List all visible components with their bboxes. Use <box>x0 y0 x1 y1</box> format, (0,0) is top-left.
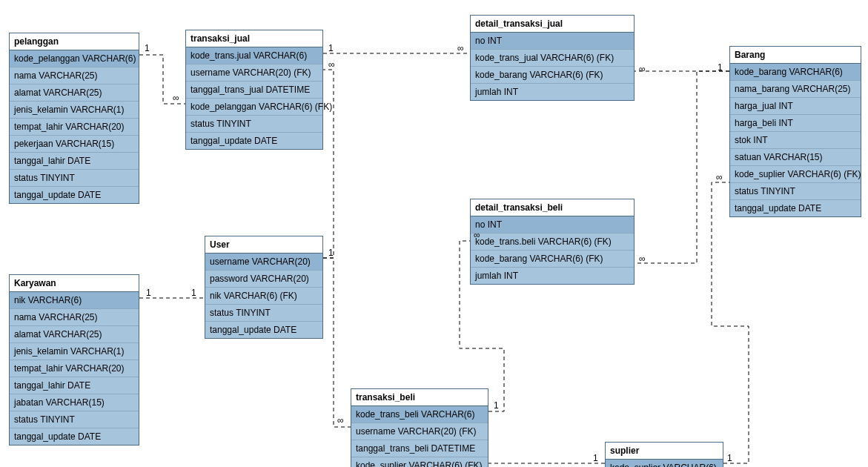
entity-title: pelanggan <box>10 33 139 50</box>
cardinality-label: 1 <box>191 288 196 298</box>
entity-column: kode_barang VARCHAR(6) <box>730 64 861 81</box>
entity-body: kode_suplier VARCHAR(6) <box>606 460 723 467</box>
entity-column: jumlah INT <box>471 268 634 284</box>
cardinality-label: ∞ <box>457 43 464 53</box>
entity-title: detail_transaksi_jual <box>471 16 634 33</box>
cardinality-label: ∞ <box>639 64 646 74</box>
cardinality-label: ∞ <box>716 172 723 182</box>
entity-column: status TINYINT <box>10 170 139 187</box>
entity-column: kode_suplier VARCHAR(6) <box>606 460 723 467</box>
entity-column: tanggal_update DATE <box>205 322 322 338</box>
entity-column: kode_trans_jual VARCHAR(6) (FK) <box>471 50 634 67</box>
entity-body: kode_barang VARCHAR(6)nama_barang VARCHA… <box>730 64 861 216</box>
entity-column: harga_jual INT <box>730 98 861 115</box>
entity-body: kode_trans.jual VARCHAR(6)username VARCH… <box>186 47 322 149</box>
entity-title: suplier <box>606 443 723 460</box>
entity-column: username VARCHAR(20) (FK) <box>351 423 488 440</box>
entity-body: nik VARCHAR(6)nama VARCHAR(25)alamat VAR… <box>10 292 139 445</box>
cardinality-label: 1 <box>593 453 598 463</box>
entity-column: tanggal_lahir DATE <box>10 377 139 394</box>
entity-column: kode_suplier VARCHAR(6) (FK) <box>730 166 861 183</box>
cardinality-label: 1 <box>494 400 499 411</box>
cardinality-label: ∞ <box>328 59 335 70</box>
cardinality-label: 1 <box>146 288 151 298</box>
entity-transaksi_jual: transaksi_jualkode_trans.jual VARCHAR(6)… <box>185 30 323 150</box>
cardinality-label: 1 <box>145 43 150 53</box>
entity-column: status TINYINT <box>730 183 861 200</box>
entity-detail_transaksi_beli: detail_transaksi_belino INTkode_trans.be… <box>470 199 635 285</box>
entity-column: nik VARCHAR(6) (FK) <box>205 288 322 305</box>
cardinality-label: 1 <box>727 453 732 463</box>
cardinality-label: ∞ <box>474 230 480 240</box>
entity-column: stok INT <box>730 132 861 149</box>
entity-barang: Barangkode_barang VARCHAR(6)nama_barang … <box>729 46 861 217</box>
entity-title: detail_transaksi_beli <box>471 199 634 216</box>
entity-column: jabatan VARCHAR(15) <box>10 394 139 411</box>
entity-column: no INT <box>471 33 634 50</box>
entity-column: pekerjaan VARCHAR(15) <box>10 136 139 153</box>
entity-column: nik VARCHAR(6) <box>10 292 139 309</box>
entity-column: kode_pelanggan VARCHAR(6) (FK) <box>186 99 322 116</box>
entity-body: kode_trans_beli VARCHAR(6)username VARCH… <box>351 406 488 467</box>
entity-body: no INTkode_trans.beli VARCHAR(6) (FK)kod… <box>471 216 634 284</box>
entity-body: username VARCHAR(20)password VARCHAR(20)… <box>205 254 322 338</box>
entity-column: tanggal_update DATE <box>10 428 139 445</box>
entity-column: kode_barang VARCHAR(6) (FK) <box>471 251 634 268</box>
entity-column: tanggal_update DATE <box>730 200 861 216</box>
cardinality-label: 1 <box>328 248 334 258</box>
cardinality-label: 1 <box>328 43 334 53</box>
entity-title: transaksi_beli <box>351 389 488 406</box>
entity-column: tanggal_lahir DATE <box>10 153 139 170</box>
entity-column: tempat_lahir VARCHAR(20) <box>10 360 139 377</box>
entity-column: kode_trans.jual VARCHAR(6) <box>186 47 322 64</box>
cardinality-label: ∞ <box>173 93 179 103</box>
entity-title: Barang <box>730 47 861 64</box>
entity-column: satuan VARCHAR(15) <box>730 149 861 166</box>
entity-column: nama_barang VARCHAR(25) <box>730 81 861 98</box>
entity-column: kode_trans.beli VARCHAR(6) (FK) <box>471 234 634 251</box>
entity-column: no INT <box>471 216 634 234</box>
entity-column: status TINYINT <box>186 116 322 133</box>
entity-pelanggan: pelanggankode_pelanggan VARCHAR(6)nama V… <box>9 33 139 204</box>
entity-suplier: suplierkode_suplier VARCHAR(6) <box>605 442 723 467</box>
entity-column: jumlah INT <box>471 84 634 100</box>
entity-column: kode_pelanggan VARCHAR(6) <box>10 50 139 67</box>
entity-column: username VARCHAR(20) (FK) <box>186 64 322 82</box>
entity-column: nama VARCHAR(25) <box>10 309 139 326</box>
cardinality-label: 1 <box>718 62 723 73</box>
entity-column: password VARCHAR(20) <box>205 271 322 288</box>
entity-body: kode_pelanggan VARCHAR(6)nama VARCHAR(25… <box>10 50 139 203</box>
entity-column: tanggal_update DATE <box>10 187 139 203</box>
entity-title: Karyawan <box>10 275 139 292</box>
entity-title: transaksi_jual <box>186 30 322 47</box>
entity-user: Userusername VARCHAR(20)password VARCHAR… <box>205 236 323 339</box>
entity-title: User <box>205 236 322 254</box>
entity-column: kode_barang VARCHAR(6) (FK) <box>471 67 634 84</box>
entity-column: tempat_lahir VARCHAR(20) <box>10 119 139 136</box>
entity-column: status TINYINT <box>205 305 322 322</box>
entity-transaksi_beli: transaksi_belikode_trans_beli VARCHAR(6)… <box>351 388 488 467</box>
entity-column: kode_suplier VARCHAR(6) (FK) <box>351 457 488 467</box>
entity-column: kode_trans_beli VARCHAR(6) <box>351 406 488 423</box>
entity-column: alamat VARCHAR(25) <box>10 326 139 343</box>
cardinality-label: ∞ <box>639 254 646 264</box>
entity-column: status TINYINT <box>10 411 139 428</box>
entity-body: no INTkode_trans_jual VARCHAR(6) (FK)kod… <box>471 33 634 100</box>
entity-column: username VARCHAR(20) <box>205 254 322 271</box>
entity-column: tanggal_trans_jual DATETIME <box>186 82 322 99</box>
entity-column: tanggal_update DATE <box>186 133 322 149</box>
cardinality-label: ∞ <box>337 415 344 425</box>
entity-karyawan: Karyawannik VARCHAR(6)nama VARCHAR(25)al… <box>9 274 139 446</box>
entity-detail_transaksi_jual: detail_transaksi_jualno INTkode_trans_ju… <box>470 15 635 101</box>
entity-column: tanggal_trans_beli DATETIME <box>351 440 488 457</box>
entity-column: jenis_kelamin VARCHAR(1) <box>10 343 139 360</box>
entity-column: alamat VARCHAR(25) <box>10 85 139 102</box>
entity-column: jenis_kelamin VARCHAR(1) <box>10 102 139 119</box>
entity-column: nama VARCHAR(25) <box>10 67 139 85</box>
entity-column: harga_beli INT <box>730 115 861 132</box>
